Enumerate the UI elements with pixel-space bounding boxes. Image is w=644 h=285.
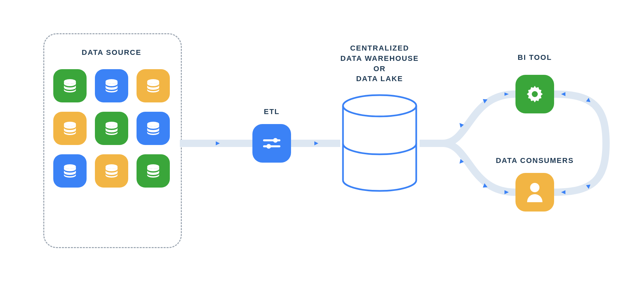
svg-point-7	[106, 164, 118, 169]
user-icon	[524, 180, 545, 204]
svg-marker-22	[586, 98, 590, 102]
svg-point-27	[530, 183, 539, 192]
warehouse-title-line: OR	[374, 65, 386, 73]
flow-source-to-etl	[180, 139, 253, 147]
etl-node	[252, 124, 291, 163]
database-icon	[62, 121, 78, 136]
svg-marker-23	[561, 190, 565, 194]
data-source-tile	[137, 154, 170, 188]
svg-point-1	[106, 79, 118, 84]
database-icon	[146, 163, 161, 179]
database-icon	[104, 163, 119, 179]
svg-point-12	[273, 138, 278, 143]
data-source-tile	[95, 112, 128, 145]
svg-point-15	[343, 95, 416, 116]
svg-marker-21	[504, 190, 509, 194]
etl-title: ETL	[252, 107, 291, 116]
svg-point-13	[266, 144, 271, 149]
data-consumers-node	[515, 173, 554, 212]
svg-point-0	[64, 79, 76, 84]
svg-marker-25	[586, 185, 590, 189]
data-source-grid	[53, 69, 170, 188]
svg-marker-16	[460, 123, 464, 128]
data-source-tile	[53, 69, 87, 102]
svg-point-8	[147, 164, 159, 169]
svg-point-6	[64, 164, 76, 169]
warehouse-title: CENTRALIZED DATA WAREHOUSE OR DATA LAKE	[326, 43, 433, 84]
svg-marker-19	[460, 159, 464, 164]
svg-marker-17	[483, 99, 487, 103]
svg-point-3	[64, 122, 76, 126]
svg-marker-18	[504, 92, 509, 96]
data-consumers-title: DATA CONSUMERS	[492, 156, 577, 165]
data-source-tile	[95, 154, 128, 188]
diagram-stage: DATA SOURCE ETL	[0, 0, 644, 285]
gear-icon	[524, 84, 545, 104]
warehouse-title-line: CENTRALIZED	[350, 44, 409, 52]
data-source-tile	[137, 112, 170, 145]
bi-tool-title: BI TOOL	[502, 53, 567, 62]
warehouse-title-line: DATA WAREHOUSE	[340, 54, 419, 63]
bi-tool-node	[515, 75, 554, 113]
warehouse-title-line: DATA LAKE	[356, 74, 403, 83]
database-icon	[62, 78, 78, 93]
data-source-tile	[95, 69, 128, 102]
flow-etl-to-warehouse	[291, 139, 340, 147]
svg-marker-9	[216, 141, 220, 145]
data-source-tile	[53, 112, 87, 145]
svg-marker-20	[483, 183, 487, 188]
database-icon	[104, 121, 119, 136]
data-source-tile	[53, 154, 87, 188]
svg-point-5	[147, 122, 159, 126]
database-icon	[146, 121, 161, 136]
data-source-title: DATA SOURCE	[43, 48, 180, 57]
svg-point-4	[106, 122, 118, 126]
svg-marker-14	[314, 141, 318, 145]
database-icon	[146, 78, 161, 93]
sliders-icon	[261, 133, 282, 154]
data-source-tile	[137, 69, 170, 102]
svg-point-2	[147, 79, 159, 84]
database-icon	[104, 78, 119, 93]
svg-marker-24	[561, 92, 565, 96]
svg-point-26	[532, 91, 538, 97]
database-icon	[62, 163, 78, 179]
data-warehouse-icon	[340, 94, 420, 194]
